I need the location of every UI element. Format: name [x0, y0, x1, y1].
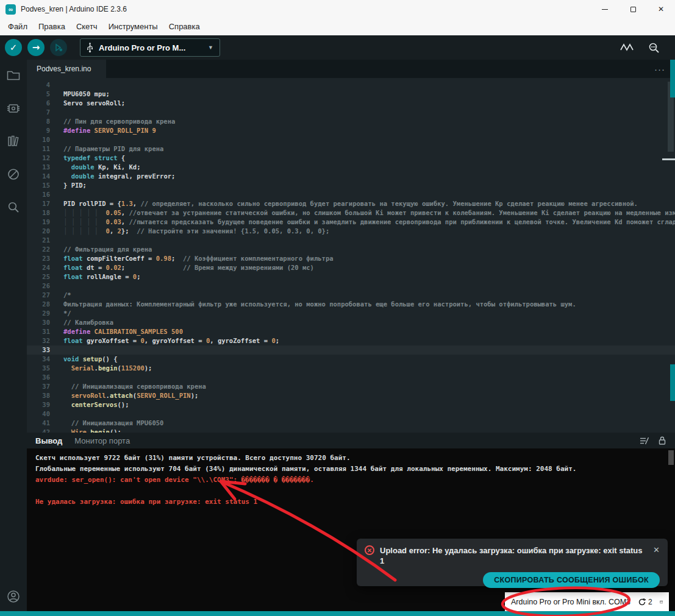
code-line: 21 [27, 236, 675, 245]
line-number: 26 [27, 281, 50, 291]
line-number: 30 [27, 318, 50, 327]
line-number: 4 [27, 80, 50, 90]
line-number: 7 [27, 108, 50, 117]
code-line: 27/* [27, 291, 675, 300]
maximize-button[interactable] [619, 0, 647, 18]
sidebar-item-library-manager[interactable] [6, 134, 21, 149]
clear-output-icon[interactable] [639, 436, 649, 445]
code-line: 22// Фильтрация для крена [27, 245, 675, 254]
sidebar-item-debug[interactable] [6, 167, 21, 182]
line-number: 40 [27, 409, 50, 419]
close-button[interactable]: ✕ [647, 0, 675, 18]
status-bar-strip [0, 611, 675, 616]
sidebar-item-boards-manager[interactable] [6, 101, 21, 116]
line-number: 37 [27, 382, 50, 391]
line-number: 24 [27, 263, 50, 272]
line-number: 31 [27, 327, 50, 336]
code-line: 10 [27, 135, 675, 144]
menu-item[interactable]: Инструменты [103, 18, 163, 35]
notification-counter[interactable]: 2 [638, 598, 652, 606]
line-number: 9 [27, 126, 50, 135]
line-number: 10 [27, 135, 50, 144]
upload-button[interactable]: → [27, 39, 45, 56]
notification-count-label: 2 [648, 598, 652, 606]
overview-ruler-mark-line [662, 158, 675, 160]
activity-sidebar [0, 60, 27, 611]
books-icon [7, 135, 20, 147]
copy-error-messages-button[interactable]: СКОПИРОВАТЬ СООБЩЕНИЯ ОШИБОК [483, 572, 660, 588]
code-line: 23float compFilterCoeff = 0.98; // Коэфф… [27, 254, 675, 263]
menu-item[interactable]: Скетч [71, 18, 103, 35]
code-line: 5MPU6050 mpu; [27, 90, 675, 99]
code-line: 9#define SERVO_ROLL_PIN 9 [27, 126, 675, 135]
code-line: 32float gyroXoffset = 0, gyroYoffset = 0… [27, 336, 675, 345]
board-selector-dropdown[interactable]: Arduino Pro or Pro M... ▼ [80, 38, 220, 57]
code-line: 14 double integral, prevError; [27, 172, 675, 181]
line-number: 34 [27, 355, 50, 364]
console-line: Скетч использует 9722 байт (31%) памяти … [35, 453, 675, 464]
code-line: 6Servo servoRoll; [27, 99, 675, 108]
console-line: Глобальные переменные используют 704 бай… [35, 464, 675, 475]
line-number: 22 [27, 245, 50, 254]
line-number: 13 [27, 163, 50, 172]
debug-button[interactable] [50, 39, 67, 56]
editor-area: Podves_kren.ino ··· 45MPU6050 mpu;6Servo… [27, 60, 675, 433]
code-line: 37 // Инициализация сервопривода крена [27, 382, 675, 391]
tab-serial-monitor[interactable]: Монитор порта [74, 436, 130, 445]
upload-error-notification: ✕ Upload error: Не удалась загрузка: оши… [357, 539, 668, 586]
window-controls: ✕ [591, 0, 675, 18]
code-line: 26 [27, 281, 675, 291]
circuit-board-icon [7, 103, 20, 114]
close-icon: ✕ [658, 5, 664, 13]
menu-item[interactable]: Правка [33, 18, 71, 35]
panel-actions [639, 436, 675, 445]
code-editor[interactable]: 45MPU6050 mpu;6Servo servoRoll;78// Пин … [27, 78, 675, 433]
line-number: 39 [27, 400, 50, 409]
bottom-panel-header: Вывод Монитор порта [27, 433, 675, 448]
terminal-panel-icon[interactable] [660, 598, 663, 606]
console-line: avrdude: ser_open(): can't open device "… [35, 475, 675, 486]
account-icon [6, 589, 21, 604]
title-bar: ∞ Podves_kren | Arduino IDE 2.3.6 ✕ [0, 0, 675, 18]
check-icon: ✓ [10, 42, 18, 53]
code-line: 24float dt = 0.02; // Время между измере… [27, 263, 675, 272]
error-icon: ✕ [365, 545, 374, 555]
tab-output[interactable]: Вывод [35, 436, 62, 445]
code-line: 25float rollAngle = 0; [27, 272, 675, 281]
notification-close-button[interactable]: ✕ [648, 545, 660, 554]
line-number: 18 [27, 208, 50, 218]
console-scrollbar-thumb[interactable] [668, 450, 674, 465]
code-line: 15} PID; [27, 181, 675, 190]
menu-item[interactable]: Справка [163, 18, 205, 35]
line-number: 21 [27, 236, 50, 245]
line-number: 5 [27, 90, 50, 99]
code-line: 38 servoRoll.attach(SERVO_ROLL_PIN); [27, 391, 675, 400]
minimize-button[interactable] [591, 0, 619, 18]
arrow-right-icon: → [32, 42, 40, 53]
serial-monitor-icon[interactable] [648, 42, 660, 53]
verify-button[interactable]: ✓ [5, 39, 22, 56]
serial-plotter-icon[interactable] [620, 43, 634, 52]
status-board-port[interactable]: Arduino Pro or Pro Mini вкл. COM3 [511, 598, 630, 606]
debug-disabled-icon [7, 168, 20, 181]
lock-scroll-icon[interactable] [658, 436, 666, 445]
tab-label: Podves_kren.ino [37, 65, 91, 73]
window-title: Podves_kren | Arduino IDE 2.3.6 [21, 5, 127, 13]
line-number: 12 [27, 154, 50, 163]
line-number: 11 [27, 144, 50, 154]
code-line: 33 [27, 345, 675, 355]
close-icon: ✕ [653, 545, 660, 554]
toolbar-right [620, 42, 675, 53]
sidebar-item-account[interactable] [0, 589, 27, 604]
line-number: 28 [27, 300, 50, 309]
sidebar-item-sketchbook[interactable] [6, 68, 21, 83]
menu-item[interactable]: Файл [2, 18, 33, 35]
code-line: 34void setup() { [27, 355, 675, 364]
tab-podves-kren[interactable]: Podves_kren.ino [27, 60, 106, 78]
sidebar-item-search[interactable] [6, 200, 21, 214]
line-number: 41 [27, 419, 50, 428]
usb-icon [87, 42, 93, 53]
folder-icon [7, 70, 20, 81]
maximize-icon [630, 7, 636, 12]
code-line: 17PID rollPID = {1.3, // определяет, нас… [27, 199, 675, 208]
